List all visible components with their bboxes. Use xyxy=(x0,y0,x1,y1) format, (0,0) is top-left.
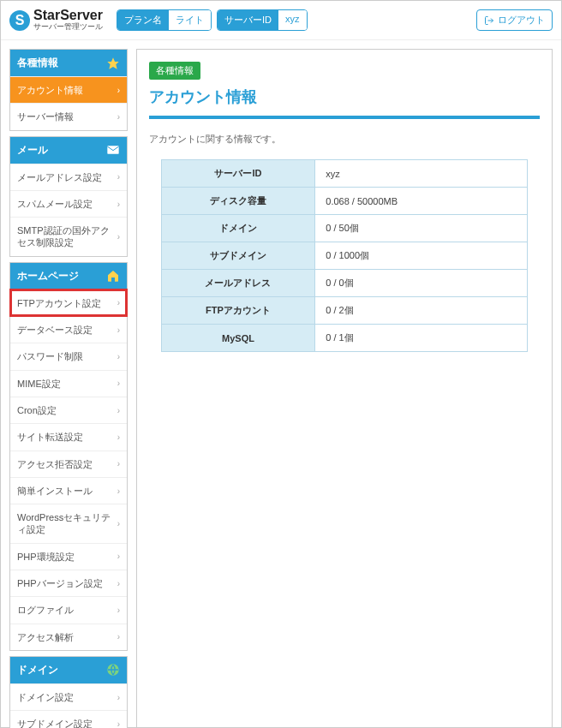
table-key: サブドメイン xyxy=(161,242,315,270)
sidebar-item-label: FTPアカウント設定 xyxy=(17,297,101,309)
sidebar-item-label: 簡単インストール xyxy=(17,485,93,497)
plan-value: ライト xyxy=(169,10,211,30)
globe-icon xyxy=(106,663,120,677)
sidebar-item-label: パスワード制限 xyxy=(17,350,83,362)
table-row: MySQL0 / 1個 xyxy=(161,325,528,352)
sidebar-item-label: サイト転送設定 xyxy=(17,431,83,443)
sidebar-item-label: アクセス拒否設定 xyxy=(17,458,93,470)
chevron-right-icon: › xyxy=(117,578,120,589)
svg-marker-1 xyxy=(107,57,118,69)
table-row: FTPアカウント0 / 2個 xyxy=(161,297,528,325)
chevron-right-icon: › xyxy=(117,297,120,308)
sidebar-header-label: 各種情報 xyxy=(17,56,58,70)
sidebar-item-label: サーバー情報 xyxy=(17,110,74,122)
table-value: 0 / 50個 xyxy=(315,215,528,242)
sidebar-header-label: ホームページ xyxy=(17,269,79,283)
main-panel: 各種情報 アカウント情報 アカウントに関する情報です。 サーバーIDxyz ディ… xyxy=(136,49,553,728)
chevron-right-icon: › xyxy=(117,325,120,336)
home-icon xyxy=(106,269,120,283)
sidebar-item-log-file[interactable]: ログファイル› xyxy=(10,596,127,623)
mail-icon xyxy=(106,143,120,157)
chevron-right-icon: › xyxy=(117,231,120,242)
chevron-right-icon: › xyxy=(117,405,120,416)
logout-icon xyxy=(484,15,494,26)
sidebar-item-php-env[interactable]: PHP環境設定› xyxy=(10,543,127,570)
table-key: FTPアカウント xyxy=(161,297,315,325)
table-row: サブドメイン0 / 1000個 xyxy=(161,242,528,270)
chevron-right-icon: › xyxy=(117,351,120,362)
chevron-right-icon: › xyxy=(117,378,120,389)
table-key: ディスク容量 xyxy=(161,188,315,215)
title-divider xyxy=(149,116,540,119)
sidebar-item-label: PHP環境設定 xyxy=(17,551,75,563)
server-id-value: xyz xyxy=(278,10,307,30)
sidebar-item-server-info[interactable]: サーバー情報 › xyxy=(10,103,127,129)
sidebar-item-label: アカウント情報 xyxy=(17,84,83,96)
account-info-table: サーバーIDxyz ディスク容量0.068 / 50000MB ドメイン0 / … xyxy=(161,159,529,352)
table-value: 0.068 / 50000MB xyxy=(315,188,528,215)
sidebar-item-smtp-auth[interactable]: SMTP認証の国外アクセス制限設定› xyxy=(10,217,127,256)
sidebar-header-label: メール xyxy=(17,143,48,158)
sidebar-item-site-transfer[interactable]: サイト転送設定› xyxy=(10,423,127,450)
sidebar-item-password-limit[interactable]: パスワード制限› xyxy=(10,343,127,369)
sidebar-item-easy-install[interactable]: 簡単インストール› xyxy=(10,477,127,504)
sidebar-header-domain: ドメイン xyxy=(10,657,127,683)
chevron-right-icon: › xyxy=(117,551,120,562)
chevron-right-icon: › xyxy=(117,631,120,642)
chevron-right-icon: › xyxy=(117,458,120,469)
svg-rect-2 xyxy=(107,146,118,153)
sidebar-item-cron[interactable]: Cron設定› xyxy=(10,397,127,423)
sidebar-item-label: SMTP認証の国外アクセス制限設定 xyxy=(17,224,117,249)
table-key: サーバーID xyxy=(161,160,315,188)
sidebar-item-subdomain-setting[interactable]: サブドメイン設定› xyxy=(10,710,127,728)
sidebar-item-ftp-account[interactable]: FTPアカウント設定› xyxy=(10,289,127,316)
sidebar-item-label: データベース設定 xyxy=(17,324,93,336)
sidebar-item-domain-setting[interactable]: ドメイン設定› xyxy=(10,683,127,710)
sidebar-item-label: PHPバージョン設定 xyxy=(17,577,103,589)
chevron-right-icon: › xyxy=(117,486,120,497)
table-key: MySQL xyxy=(161,325,315,352)
logout-label: ログアウト xyxy=(498,14,545,27)
sidebar-item-label: WordPressセキュリティ設定 xyxy=(17,511,117,536)
sidebar-item-label: ドメイン設定 xyxy=(17,691,74,703)
header: S StarServer サーバー管理ツール プラン名 ライト サーバーID x… xyxy=(1,1,561,40)
chevron-right-icon: › xyxy=(117,605,120,616)
sidebar-item-mime[interactable]: MIME設定› xyxy=(10,370,127,397)
table-row: メールアドレス0 / 0個 xyxy=(161,270,528,297)
sidebar-item-spam-mail[interactable]: スパムメール設定› xyxy=(10,190,127,217)
table-value: 0 / 1個 xyxy=(315,325,528,352)
brand-subtitle: サーバー管理ツール xyxy=(33,21,103,33)
logout-button[interactable]: ログアウト xyxy=(476,9,553,31)
sidebar-header-mail: メール xyxy=(10,137,127,164)
table-key: ドメイン xyxy=(161,215,315,242)
table-row: ドメイン0 / 50個 xyxy=(161,215,528,242)
page-description: アカウントに関する情報です。 xyxy=(149,133,540,146)
server-tag: サーバーID xyz xyxy=(217,9,308,31)
sidebar-item-account-info[interactable]: アカウント情報 › xyxy=(10,76,127,103)
chevron-right-icon: › xyxy=(117,85,120,96)
sidebar-item-php-version[interactable]: PHPバージョン設定› xyxy=(10,570,127,596)
table-value: xyz xyxy=(315,160,528,188)
logo-mark-icon: S xyxy=(9,10,30,31)
chevron-right-icon: › xyxy=(117,518,120,529)
sidebar-item-label: Cron設定 xyxy=(17,404,57,416)
plan-label: プラン名 xyxy=(117,10,169,30)
chevron-right-icon: › xyxy=(117,171,120,182)
sidebar-item-access-analysis[interactable]: アクセス解析› xyxy=(10,624,127,650)
chevron-right-icon: › xyxy=(117,111,120,122)
sidebar-item-access-deny[interactable]: アクセス拒否設定› xyxy=(10,451,127,477)
category-badge: 各種情報 xyxy=(149,62,200,80)
sidebar-section-mail: メール メールアドレス設定› スパムメール設定› SMTP認証の国外アクセス制限… xyxy=(9,136,128,257)
sidebar-header-info: 各種情報 xyxy=(10,50,127,76)
sidebar-item-label: アクセス解析 xyxy=(17,631,74,643)
table-value: 0 / 0個 xyxy=(315,270,528,297)
plan-tag: プラン名 ライト xyxy=(117,9,212,31)
chevron-right-icon: › xyxy=(117,719,120,728)
sidebar-item-mail-address[interactable]: メールアドレス設定› xyxy=(10,164,127,190)
sidebar-item-label: サブドメイン設定 xyxy=(17,718,93,728)
sidebar-item-database[interactable]: データベース設定› xyxy=(10,316,127,343)
sidebar-item-label: MIME設定 xyxy=(17,378,61,390)
sidebar-item-wordpress-security[interactable]: WordPressセキュリティ設定› xyxy=(10,504,127,543)
chevron-right-icon: › xyxy=(117,432,120,443)
star-icon xyxy=(106,57,120,70)
